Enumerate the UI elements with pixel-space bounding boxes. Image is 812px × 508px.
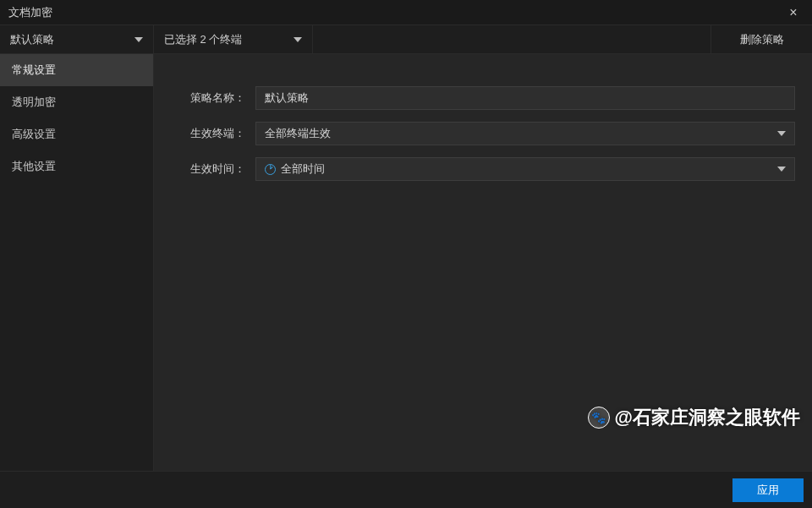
watermark-text: @石家庄洞察之眼软件: [615, 405, 800, 430]
apply-label: 应用: [757, 483, 779, 498]
terminal-dropdown-label: 已选择 2 个终端: [164, 32, 242, 47]
apply-button[interactable]: 应用: [732, 478, 804, 502]
policy-dropdown[interactable]: 默认策略: [0, 25, 154, 53]
form-row-effective-terminal: 生效终端： 全部终端生效: [171, 122, 795, 145]
bottom-bar: 应用: [0, 471, 812, 508]
title-bar: 文档加密 ×: [0, 0, 812, 25]
terminal-dropdown[interactable]: 已选择 2 个终端: [154, 25, 313, 53]
effective-time-label: 生效时间：: [171, 161, 255, 177]
watermark: 🐾 @石家庄洞察之眼软件: [588, 405, 800, 430]
effective-terminal-select[interactable]: 全部终端生效: [255, 122, 795, 145]
main-area: 常规设置 透明加密 高级设置 其他设置 策略名称： 默认策略 生效终端： 全部终…: [0, 54, 812, 471]
clock-icon: [265, 164, 276, 175]
content-panel: 策略名称： 默认策略 生效终端： 全部终端生效 生效时间： 全部时间: [154, 54, 812, 471]
effective-time-select[interactable]: 全部时间: [255, 157, 795, 181]
sidebar-item-transparent-encrypt[interactable]: 透明加密: [0, 86, 153, 118]
sidebar-item-label: 常规设置: [12, 63, 56, 78]
paw-icon: 🐾: [588, 407, 610, 429]
policy-name-label: 策略名称：: [171, 90, 255, 106]
toolbar: 默认策略 已选择 2 个终端 删除策略: [0, 25, 812, 54]
close-button[interactable]: ×: [783, 3, 804, 23]
sidebar-item-other[interactable]: 其他设置: [0, 150, 153, 183]
delete-policy-button[interactable]: 删除策略: [710, 25, 812, 53]
policy-name-value: 默认策略: [265, 90, 309, 106]
policy-name-input[interactable]: 默认策略: [255, 86, 795, 110]
sidebar-item-label: 透明加密: [12, 95, 56, 110]
effective-terminal-label: 生效终端：: [171, 126, 255, 141]
effective-time-value: 全部时间: [281, 161, 325, 177]
window-title: 文档加密: [8, 5, 52, 20]
sidebar-item-general[interactable]: 常规设置: [0, 54, 153, 86]
sidebar: 常规设置 透明加密 高级设置 其他设置: [0, 54, 154, 471]
chevron-down-icon: [777, 167, 786, 172]
sidebar-item-advanced[interactable]: 高级设置: [0, 118, 153, 150]
chevron-down-icon: [777, 131, 786, 136]
chevron-down-icon: [294, 37, 302, 42]
toolbar-spacer: [313, 25, 710, 53]
sidebar-item-label: 其他设置: [12, 159, 56, 174]
delete-policy-label: 删除策略: [740, 32, 784, 47]
form-row-policy-name: 策略名称： 默认策略: [171, 86, 795, 110]
effective-terminal-value: 全部终端生效: [265, 126, 331, 141]
sidebar-item-label: 高级设置: [12, 127, 56, 142]
form-row-effective-time: 生效时间： 全部时间: [171, 157, 795, 181]
chevron-down-icon: [134, 37, 143, 42]
policy-dropdown-label: 默认策略: [10, 32, 54, 47]
